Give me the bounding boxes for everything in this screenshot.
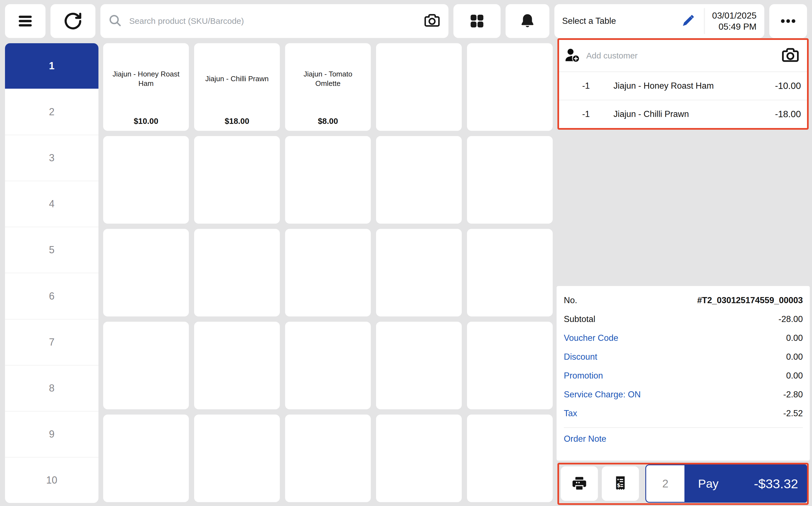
empty-product-cell [467, 415, 553, 502]
order-summary-card: No.#T2_030125174559_00003Subtotal-28.00V… [557, 286, 810, 460]
order-item-row[interactable]: -1Jiajun - Chilli Prawn-18.00 [559, 100, 807, 128]
order-items-list: -1Jiajun - Honey Roast Ham-10.00-1Jiajun… [559, 72, 807, 128]
order-note-row[interactable]: Order Note [564, 428, 803, 450]
refresh-icon [63, 11, 83, 31]
table-select-label: Select a Table [562, 16, 616, 26]
empty-product-cell [376, 322, 462, 409]
summary-label-voucher-code[interactable]: Voucher Code [564, 333, 618, 343]
edit-pencil-icon[interactable] [681, 13, 695, 29]
product-card[interactable]: Jiajun - Chilli Prawn$18.00 [194, 43, 280, 131]
bell-icon [519, 12, 536, 30]
empty-product-cell [376, 415, 462, 502]
summary-value-promotion: 0.00 [786, 371, 803, 381]
order-item-name: Jiajun - Chilli Prawn [613, 109, 689, 119]
order-item-qty: -1 [576, 109, 596, 119]
summary-label-discount[interactable]: Discount [564, 352, 597, 362]
summary-value-voucher-code: 0.00 [786, 333, 803, 343]
summary-value-no: #T2_030125174559_00003 [697, 296, 803, 305]
summary-row-tax: Tax-2.52 [564, 404, 803, 423]
empty-product-cell [376, 43, 462, 131]
pay-label: Pay [698, 477, 719, 491]
empty-product-cell [376, 229, 462, 317]
add-customer-label: Add customer [586, 51, 638, 61]
quantity-value: 2 [662, 478, 668, 490]
category-tab-8[interactable]: 8 [5, 365, 98, 411]
summary-label-subtotal: Subtotal [564, 314, 595, 324]
order-item-amount: -10.00 [775, 81, 801, 91]
receipt-icon: $ [611, 475, 629, 493]
summary-rows: No.#T2_030125174559_00003Subtotal-28.00V… [564, 291, 803, 423]
empty-product-cell [285, 136, 371, 224]
product-grid: Jiajun - Honey Roast Ham$10.00Jiajun - C… [103, 43, 553, 506]
empty-product-cell [194, 136, 280, 224]
category-tab-1[interactable]: 1 [5, 43, 98, 89]
table-select-button[interactable]: Select a Table 03/01/2025 05:49 PM [555, 4, 764, 38]
category-tab-7[interactable]: 7 [5, 319, 98, 365]
svg-text:$: $ [617, 483, 620, 488]
summary-row-voucher-code: Voucher Code0.00 [564, 329, 803, 347]
summary-row-discount: Discount0.00 [564, 347, 803, 366]
search-icon [107, 13, 123, 29]
empty-product-cell [467, 136, 553, 224]
category-sidebar: 12345678910 [5, 43, 98, 503]
category-tab-3[interactable]: 3 [5, 135, 98, 181]
grid-view-button[interactable] [453, 4, 501, 38]
bill-receipt-button[interactable]: $ [602, 467, 639, 501]
product-price: $8.00 [285, 117, 371, 126]
search-input[interactable] [129, 16, 417, 26]
empty-product-cell [103, 322, 189, 409]
summary-label-tax[interactable]: Tax [564, 409, 577, 418]
summary-label-no: No. [564, 296, 577, 305]
empty-product-cell [467, 229, 553, 317]
product-name: Jiajun - Honey Roast Ham [110, 43, 182, 114]
summary-row-no: No.#T2_030125174559_00003 [564, 291, 803, 310]
pay-total: -$33.32 [754, 476, 798, 491]
customer-camera-icon[interactable] [781, 45, 800, 66]
order-item-name: Jiajun - Honey Roast Ham [613, 81, 714, 91]
order-item-amount: -18.00 [775, 109, 801, 119]
summary-label-service-charge-on[interactable]: Service Charge: ON [564, 390, 641, 400]
add-customer-row[interactable]: Add customer [559, 40, 807, 72]
summary-row-service-charge-on: Service Charge: ON-2.80 [564, 385, 803, 404]
order-note-label[interactable]: Order Note [564, 434, 606, 444]
order-item-row[interactable]: -1Jiajun - Honey Roast Ham-10.00 [559, 72, 807, 100]
menu-button[interactable] [5, 4, 46, 38]
product-price: $18.00 [194, 117, 280, 126]
category-tab-5[interactable]: 5 [5, 227, 98, 273]
empty-product-cell [467, 322, 553, 409]
empty-product-cell [285, 415, 371, 502]
product-card[interactable]: Jiajun - Tomato Omlette$8.00 [285, 43, 371, 131]
product-name: Jiajun - Tomato Omlette [292, 43, 364, 114]
category-tab-9[interactable]: 9 [5, 411, 98, 457]
category-tab-6[interactable]: 6 [5, 273, 98, 319]
pay-button[interactable]: Pay -$33.32 [685, 465, 807, 503]
order-panel: Add customer -1Jiajun - Honey Roast Ham-… [559, 40, 807, 128]
quantity-box[interactable]: 2 [645, 465, 685, 503]
product-card[interactable]: Jiajun - Honey Roast Ham$10.00 [103, 43, 189, 131]
barcode-camera-icon[interactable] [423, 11, 441, 31]
hamburger-icon [16, 12, 34, 30]
summary-row-promotion: Promotion0.00 [564, 366, 803, 385]
summary-value-tax: -2.52 [783, 409, 803, 418]
empty-product-cell [376, 136, 462, 224]
print-button[interactable] [561, 467, 598, 501]
grid-icon [468, 12, 486, 30]
summary-label-promotion[interactable]: Promotion [564, 371, 603, 381]
payment-bar: $ 2 Pay -$33.32 [559, 465, 807, 503]
refresh-button[interactable] [51, 4, 95, 38]
category-tab-10[interactable]: 10 [5, 457, 98, 503]
empty-product-cell [194, 415, 280, 502]
date-text: 03/01/2025 [712, 10, 756, 20]
pos-app: Select a Table 03/01/2025 05:49 PM [0, 0, 812, 506]
notifications-button[interactable] [506, 4, 549, 38]
empty-product-cell [467, 43, 553, 131]
top-bar: Select a Table 03/01/2025 05:49 PM [0, 0, 812, 42]
more-options-button[interactable] [769, 4, 807, 38]
printer-icon [571, 475, 588, 493]
order-item-qty: -1 [576, 81, 596, 91]
summary-value-service-charge-on: -2.80 [783, 390, 803, 400]
category-tab-4[interactable]: 4 [5, 181, 98, 227]
category-tab-2[interactable]: 2 [5, 89, 98, 135]
empty-product-cell [285, 322, 371, 409]
ellipsis-icon [779, 12, 797, 30]
